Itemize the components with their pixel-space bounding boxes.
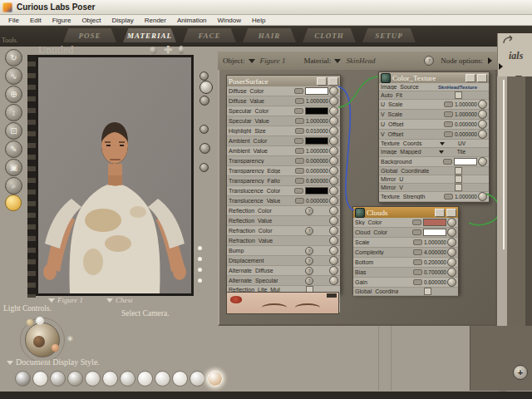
node-plug-icon[interactable] xyxy=(329,136,338,145)
parameter-value[interactable]: 0.600000 xyxy=(424,279,446,285)
animate-icon[interactable] xyxy=(413,249,422,255)
node-plug-icon[interactable] xyxy=(447,258,456,267)
parameter-value[interactable]: SknHeadTexture xyxy=(438,85,477,90)
camera-sphere[interactable] xyxy=(200,125,209,134)
chevron-down-icon[interactable] xyxy=(439,150,444,154)
add-button[interactable]: + xyxy=(513,365,528,380)
document-viewport[interactable] xyxy=(36,55,194,296)
chevron-down-icon[interactable] xyxy=(334,59,341,63)
parameter-value[interactable]: 0.700000 xyxy=(424,269,446,275)
figure-select-menu[interactable]: Figure 1 xyxy=(48,296,83,304)
animate-icon[interactable] xyxy=(413,269,422,275)
material-value-menu[interactable]: SkinHead xyxy=(346,57,375,65)
node-plug-icon[interactable] xyxy=(329,176,338,185)
move-cross-icon[interactable]: ✚ xyxy=(164,47,172,54)
node-plug-icon[interactable] xyxy=(478,120,487,129)
menu-help[interactable]: Help xyxy=(247,16,270,25)
parameter-value[interactable]: 1.000000 xyxy=(306,148,328,154)
node-collapse-icon[interactable] xyxy=(446,209,456,217)
light-indicator-icon[interactable] xyxy=(179,46,184,54)
animate-icon[interactable] xyxy=(294,108,303,114)
parameter-checkbox[interactable] xyxy=(455,91,462,99)
light-orb[interactable] xyxy=(52,344,59,352)
node-plug-icon[interactable] xyxy=(447,248,456,257)
menu-file[interactable]: File xyxy=(3,16,24,25)
parameter-value[interactable]: 0.600000 xyxy=(306,178,328,184)
node-plug-icon[interactable] xyxy=(329,256,338,265)
tool-button-rotate[interactable]: ↻ xyxy=(5,49,22,66)
tab-material[interactable]: MATERIAL xyxy=(123,28,176,42)
animate-icon[interactable] xyxy=(295,128,304,134)
animate-icon[interactable] xyxy=(444,194,453,200)
display-style-texture-shaded[interactable] xyxy=(207,371,223,387)
node-collapse-icon[interactable] xyxy=(328,77,338,86)
camera-sphere[interactable] xyxy=(200,71,209,81)
color-swatch[interactable] xyxy=(423,219,446,226)
tab-pose[interactable]: POSE xyxy=(63,28,116,42)
node-plug-icon[interactable] xyxy=(329,126,338,135)
camera-sphere[interactable] xyxy=(200,96,209,106)
parameter-value[interactable]: 0.000000 xyxy=(455,121,477,127)
menu-display[interactable]: Display xyxy=(107,16,139,25)
display-style-smooth-shaded[interactable] xyxy=(172,371,188,387)
node-plug-icon[interactable] xyxy=(329,196,338,205)
tab-cloth[interactable]: CLOTH xyxy=(303,28,356,42)
connector-ball-icon[interactable]: ? xyxy=(305,227,313,235)
chevron-right-icon[interactable] xyxy=(488,57,492,64)
node-plug-icon[interactable] xyxy=(329,156,338,165)
animate-icon[interactable] xyxy=(295,158,304,164)
light-orb[interactable] xyxy=(36,317,44,325)
node-options-label[interactable]: Node options: xyxy=(441,57,483,65)
parameter-value[interactable]: 0.000000 xyxy=(306,168,328,174)
tab-setup[interactable]: SETUP xyxy=(362,28,416,42)
tool-button-color[interactable]: ✎ xyxy=(5,140,22,158)
parameter-checkbox[interactable] xyxy=(424,288,431,295)
display-style-cartoon[interactable] xyxy=(137,371,153,387)
chevron-right-icon[interactable] xyxy=(499,58,503,73)
tab-face[interactable]: FACE xyxy=(183,28,236,42)
display-style-hidden-line[interactable] xyxy=(67,371,83,387)
scrollbar[interactable] xyxy=(503,80,505,249)
node-plug-icon[interactable] xyxy=(329,146,338,155)
tool-button-translate-in-out[interactable]: ↕ xyxy=(5,104,22,121)
object-value-menu[interactable]: Figure 1 xyxy=(260,57,286,65)
node-plug-icon[interactable] xyxy=(329,186,338,195)
parameter-value[interactable]: Tile xyxy=(457,149,466,155)
display-style-wireframe[interactable] xyxy=(50,371,66,387)
connector-ball-icon[interactable]: ? xyxy=(305,267,313,275)
node-plug-icon[interactable] xyxy=(329,206,338,215)
parameter-value[interactable]: 0.000000 xyxy=(455,131,477,137)
tool-button-scale[interactable]: ⊡ xyxy=(5,122,22,140)
menu-edit[interactable]: Edit xyxy=(25,16,47,25)
node-plug-icon[interactable] xyxy=(329,116,338,126)
node-plug-icon[interactable] xyxy=(447,218,456,227)
node-preview-toggle-icon[interactable] xyxy=(317,77,327,86)
tool-button-translate[interactable]: ⊕ xyxy=(5,86,22,103)
animate-icon[interactable] xyxy=(294,138,303,144)
node-collapse-icon[interactable] xyxy=(477,74,487,82)
display-style-outline[interactable] xyxy=(32,371,48,387)
animate-icon[interactable] xyxy=(412,219,421,225)
color-swatch[interactable] xyxy=(305,87,328,95)
node-plug-icon[interactable] xyxy=(447,228,456,237)
node-plug-icon[interactable] xyxy=(329,96,338,106)
node-preview-toggle-icon[interactable] xyxy=(435,209,445,217)
connector-ball-icon[interactable]: ? xyxy=(305,277,313,285)
color-swatch[interactable] xyxy=(305,137,328,145)
parameter-value[interactable]: 1.000000 xyxy=(455,111,477,117)
camera-sphere[interactable] xyxy=(200,163,209,172)
menu-animation[interactable]: Animation xyxy=(172,16,212,25)
parameter-value[interactable]: 0.010000 xyxy=(306,128,328,134)
display-style-cartoon-lines[interactable] xyxy=(155,371,170,387)
materials-tab[interactable]: ials xyxy=(509,50,523,62)
tab-hair[interactable]: HAIR xyxy=(243,28,296,42)
node-plug-icon[interactable] xyxy=(447,268,456,277)
parameter-value[interactable]: 0.200000 xyxy=(424,259,446,265)
animate-icon[interactable] xyxy=(294,88,303,94)
display-style-flat-lined[interactable] xyxy=(120,371,135,387)
light-orb[interactable] xyxy=(27,319,33,326)
node-plug-icon[interactable] xyxy=(447,278,456,287)
node-plug-icon[interactable] xyxy=(329,86,338,96)
tool-button-color-picker[interactable] xyxy=(5,195,22,211)
node-plug-icon[interactable] xyxy=(478,100,487,109)
